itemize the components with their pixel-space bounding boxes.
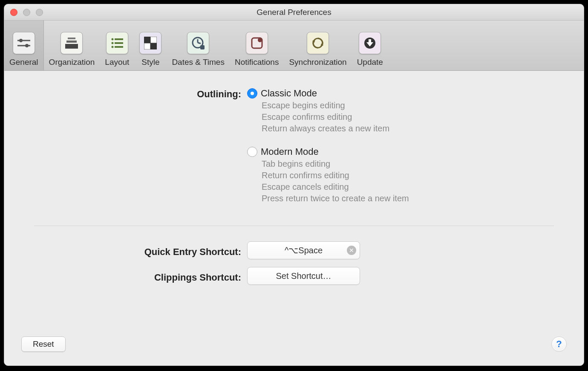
checker-icon bbox=[139, 32, 161, 54]
preferences-window: General Preferences General bbox=[4, 4, 584, 366]
clear-icon[interactable]: ✕ bbox=[347, 246, 356, 255]
svg-rect-13 bbox=[144, 37, 150, 43]
tab-dates-times[interactable]: Dates & Times bbox=[167, 20, 230, 70]
tab-update[interactable]: Update bbox=[352, 20, 388, 70]
reset-button[interactable]: Reset bbox=[21, 336, 66, 352]
modern-desc-line: Tab begins editing bbox=[262, 158, 558, 170]
svg-point-9 bbox=[111, 42, 113, 44]
tab-label: Notifications bbox=[235, 58, 279, 67]
tab-label: Update bbox=[357, 58, 383, 67]
classic-mode-option: Classic Mode Escape begins editing Escap… bbox=[247, 88, 558, 134]
svg-point-1 bbox=[19, 39, 23, 42]
clock-icon bbox=[187, 32, 209, 54]
help-icon: ? bbox=[556, 339, 562, 350]
window-controls bbox=[10, 9, 43, 16]
minimize-button[interactable] bbox=[23, 9, 30, 16]
help-button[interactable]: ? bbox=[551, 336, 567, 352]
tab-label: Style bbox=[141, 58, 159, 67]
clippings-label: Clippings Shortcut: bbox=[30, 269, 247, 283]
notification-icon bbox=[246, 32, 268, 54]
svg-rect-20 bbox=[200, 45, 205, 49]
window-title: General Preferences bbox=[4, 8, 584, 17]
svg-rect-14 bbox=[150, 37, 157, 43]
tab-synchronization[interactable]: Synchronization bbox=[284, 20, 352, 70]
classic-desc-line: Escape begins editing bbox=[262, 100, 558, 111]
modern-desc-line: Return confirms editing bbox=[262, 170, 558, 181]
svg-point-7 bbox=[111, 38, 113, 41]
tab-organization[interactable]: Organization bbox=[44, 20, 100, 70]
sliders-icon bbox=[13, 32, 35, 54]
tab-notifications[interactable]: Notifications bbox=[230, 20, 284, 70]
footer: Reset ? bbox=[4, 330, 584, 365]
zoom-button[interactable] bbox=[36, 9, 43, 16]
svg-rect-4 bbox=[68, 38, 75, 39]
stack-icon bbox=[61, 32, 83, 54]
clippings-field[interactable]: Set Shortcut… bbox=[247, 267, 360, 285]
classic-mode-radio[interactable] bbox=[247, 88, 257, 99]
quick-entry-row: Quick Entry Shortcut: ^⌥Space ✕ bbox=[30, 241, 558, 259]
modern-mode-radio[interactable] bbox=[247, 147, 257, 157]
modern-mode-title: Modern Mode bbox=[261, 146, 319, 157]
tab-label: Layout bbox=[105, 58, 129, 67]
svg-point-22 bbox=[258, 38, 262, 42]
svg-rect-6 bbox=[65, 44, 78, 49]
svg-rect-16 bbox=[150, 43, 157, 49]
content-area: Outlining: Classic Mode Escape begins ed… bbox=[4, 71, 584, 365]
outlining-row: Outlining: Classic Mode Escape begins ed… bbox=[30, 88, 558, 216]
toolbar: General Organization Layout bbox=[4, 20, 584, 71]
divider bbox=[34, 226, 554, 226]
tab-general[interactable]: General bbox=[4, 20, 44, 70]
svg-point-3 bbox=[25, 44, 29, 47]
svg-rect-12 bbox=[115, 46, 123, 48]
tab-label: Dates & Times bbox=[172, 58, 225, 67]
reset-label: Reset bbox=[33, 339, 54, 349]
tab-label: Synchronization bbox=[289, 58, 346, 67]
tab-layout[interactable]: Layout bbox=[100, 20, 134, 70]
modern-desc-line: Press return twice to create a new item bbox=[262, 193, 558, 204]
tab-label: Organization bbox=[49, 58, 95, 67]
close-button[interactable] bbox=[10, 9, 17, 16]
titlebar: General Preferences bbox=[4, 4, 584, 20]
quick-entry-field[interactable]: ^⌥Space ✕ bbox=[247, 241, 360, 259]
svg-line-19 bbox=[198, 43, 201, 43]
svg-rect-10 bbox=[115, 42, 123, 44]
classic-desc-line: Escape confirms editing bbox=[262, 111, 558, 123]
tab-label: General bbox=[9, 58, 38, 67]
svg-rect-15 bbox=[144, 43, 150, 49]
quick-entry-value: ^⌥Space bbox=[285, 245, 323, 255]
list-icon bbox=[106, 32, 128, 54]
clippings-value: Set Shortcut… bbox=[276, 271, 331, 281]
classic-desc-line: Return always creates a new item bbox=[262, 123, 558, 134]
svg-rect-8 bbox=[115, 38, 123, 40]
outlining-label: Outlining: bbox=[30, 88, 247, 100]
quick-entry-label: Quick Entry Shortcut: bbox=[30, 243, 247, 258]
modern-mode-option: Modern Mode Tab begins editing Return co… bbox=[247, 146, 558, 204]
download-icon bbox=[359, 32, 381, 54]
tab-style[interactable]: Style bbox=[134, 20, 167, 70]
clippings-row: Clippings Shortcut: Set Shortcut… bbox=[30, 267, 558, 285]
svg-point-11 bbox=[111, 46, 113, 48]
modern-desc-line: Escape cancels editing bbox=[262, 181, 558, 193]
svg-rect-5 bbox=[66, 41, 77, 43]
classic-mode-title: Classic Mode bbox=[261, 88, 317, 99]
sync-icon bbox=[307, 32, 329, 54]
